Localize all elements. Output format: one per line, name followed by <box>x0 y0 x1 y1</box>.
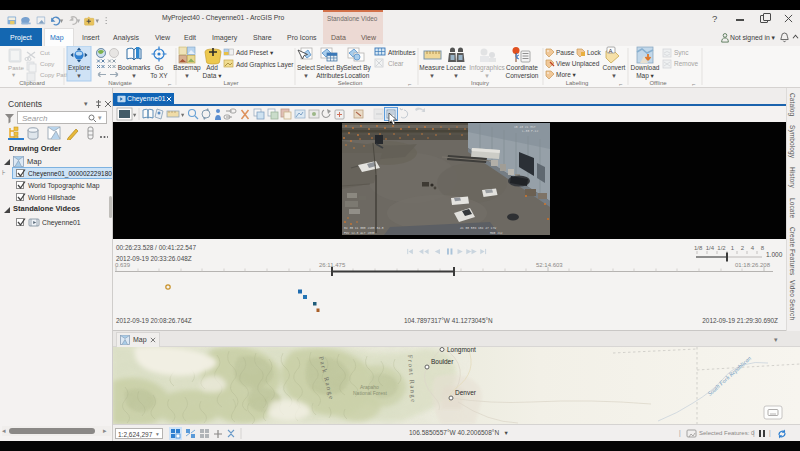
svg-text:Offline: Offline <box>649 80 667 86</box>
svg-text:Remove: Remove <box>674 60 699 67</box>
svg-text:⋮: ⋮ <box>102 16 110 25</box>
svg-text:Conversion: Conversion <box>506 72 539 79</box>
svg-text:Convert: Convert <box>603 64 626 71</box>
svg-text:Map ▾: Map ▾ <box>636 72 654 80</box>
svg-text:Infographics: Infographics <box>469 64 505 72</box>
svg-text:Copy: Copy <box>40 60 55 67</box>
svg-text:Add: Add <box>206 64 218 71</box>
svg-text:▼: ▼ <box>131 73 137 79</box>
svg-text:⌐: ⌐ <box>692 81 696 87</box>
svg-text:Basemap: Basemap <box>173 64 201 72</box>
svg-text:⌐: ⌐ <box>168 81 172 87</box>
svg-text:Measure: Measure <box>419 64 445 71</box>
svg-text:HDG 212: HDG 212 <box>490 232 503 235</box>
svg-text:Navigate: Navigate <box>108 80 132 86</box>
svg-text:Sync: Sync <box>674 49 689 57</box>
svg-text:Pause: Pause <box>556 49 575 56</box>
svg-text:▼: ▼ <box>76 73 82 79</box>
svg-text:▼: ▼ <box>429 73 435 79</box>
svg-text:Explore: Explore <box>68 64 90 72</box>
svg-text:▼: ▼ <box>453 73 459 79</box>
svg-text:Download: Download <box>631 64 660 71</box>
svg-text:▾: ▾ <box>96 17 100 24</box>
svg-text:View Unplaced: View Unplaced <box>556 60 600 68</box>
svg-text:Attributes: Attributes <box>388 49 416 56</box>
svg-text:Add Preset ▾: Add Preset ▾ <box>236 49 274 56</box>
svg-text:▼: ▼ <box>303 73 309 79</box>
svg-text:Longmont: Longmont <box>447 347 476 354</box>
svg-text:▼: ▼ <box>611 73 617 79</box>
svg-text:Select: Select <box>297 64 315 71</box>
svg-text:⌐: ⌐ <box>408 81 412 87</box>
svg-text:41 08 53N 104 47 17W: 41 08 53N 104 47 17W <box>460 227 496 230</box>
svg-text:Copy Path: Copy Path <box>40 71 69 78</box>
svg-text:15 43 21 MST: 15 43 21 MST <box>514 126 536 129</box>
svg-text:Coordinate: Coordinate <box>506 64 538 71</box>
svg-text:FOV 12.3 ALT 2838: FOV 12.3 ALT 2838 <box>344 232 375 235</box>
svg-text:▼: ▼ <box>184 73 190 79</box>
svg-text:▾: ▾ <box>133 111 137 118</box>
svg-text:Location: Location <box>345 72 370 79</box>
svg-text:04 35 11 880 2100 34.8: 04 35 11 880 2100 34.8 <box>344 227 384 230</box>
svg-text:To XY: To XY <box>150 72 168 79</box>
svg-text:▾: ▾ <box>181 111 185 118</box>
svg-text:Labeling: Labeling <box>566 80 589 86</box>
svg-text:Data ▾: Data ▾ <box>203 72 223 79</box>
svg-text:Bookmarks: Bookmarks <box>118 64 151 71</box>
svg-text:Paste: Paste <box>8 64 24 71</box>
svg-text:More ▾: More ▾ <box>556 71 577 78</box>
svg-text:⌐: ⌐ <box>619 81 623 87</box>
svg-text:Boulder: Boulder <box>431 358 454 365</box>
svg-text:Add Graphics Layer: Add Graphics Layer <box>236 61 294 69</box>
svg-text:Inquiry: Inquiry <box>471 80 489 86</box>
svg-text:Go: Go <box>155 64 164 71</box>
svg-text:Selection: Selection <box>338 80 363 86</box>
svg-text:Locate: Locate <box>446 64 466 71</box>
svg-text:Denver: Denver <box>455 389 477 396</box>
svg-text:A: A <box>608 48 612 54</box>
svg-text:Layer: Layer <box>223 80 238 86</box>
svg-text:▾: ▾ <box>12 71 16 78</box>
svg-text:Attributes: Attributes <box>316 72 344 79</box>
svg-text:National Forest: National Forest <box>353 390 388 396</box>
svg-text:Cut: Cut <box>40 49 50 56</box>
svg-text:▾: ▾ <box>77 17 81 24</box>
svg-text:Clear: Clear <box>388 60 404 67</box>
svg-text:▼: ▼ <box>484 73 490 79</box>
svg-text:▾: ▾ <box>60 17 64 24</box>
svg-text:L-38 P-12: L-38 P-12 <box>522 130 538 133</box>
svg-text:Lock: Lock <box>587 49 601 56</box>
